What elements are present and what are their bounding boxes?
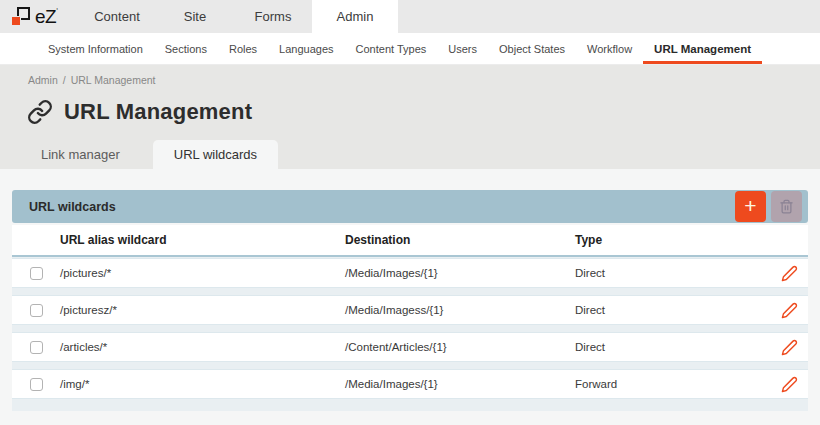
- header-destination: Destination: [345, 233, 575, 247]
- page-header-section: Admin/URL Management URL Management Link…: [0, 65, 820, 169]
- table-row: /articles/* /Content/Articles/{1} Direct: [12, 332, 808, 362]
- table-row: /pictures/* /Media/Images/{1} Direct: [12, 258, 808, 288]
- ez-logo[interactable]: eZ': [0, 0, 78, 33]
- ez-logo-prime: ': [56, 6, 57, 16]
- top-bar: eZ' Content Site Forms Admin: [0, 0, 820, 33]
- cell-type: Direct: [575, 341, 770, 353]
- delete-wildcard-button[interactable]: [771, 191, 802, 222]
- subnav-content-types[interactable]: Content Types: [345, 33, 438, 64]
- row-checkbox[interactable]: [30, 341, 43, 354]
- header-type[interactable]: Type: [575, 233, 770, 247]
- subnav-users[interactable]: Users: [437, 33, 488, 64]
- url-wildcards-panel-header: URL wildcards +: [12, 190, 808, 223]
- row-checkbox[interactable]: [30, 304, 43, 317]
- cell-destination: /Media/Imagess/{1}: [345, 304, 575, 316]
- subnav-workflow[interactable]: Workflow: [576, 33, 643, 64]
- subnav-languages[interactable]: Languages: [268, 33, 344, 64]
- cell-type: Direct: [575, 267, 770, 279]
- tabs-row: Link manager URL wildcards: [0, 140, 820, 169]
- table-row: /picturesz/* /Media/Imagess/{1} Direct: [12, 295, 808, 325]
- table-body: /pictures/* /Media/Images/{1} Direct /pi…: [12, 257, 808, 411]
- cell-wildcard: /img/*: [60, 378, 345, 390]
- panel-title: URL wildcards: [29, 200, 735, 214]
- add-wildcard-button[interactable]: +: [735, 191, 766, 222]
- breadcrumb-admin[interactable]: Admin: [28, 74, 58, 86]
- pencil-icon: [781, 302, 798, 319]
- pencil-icon: [781, 265, 798, 282]
- page-title: URL Management: [64, 99, 252, 125]
- tab-url-wildcards[interactable]: URL wildcards: [153, 140, 278, 169]
- ez-logo-orange-square: [11, 16, 21, 26]
- cell-destination: /Media/Images/{1}: [345, 267, 575, 279]
- subnav-url-management[interactable]: URL Management: [643, 33, 762, 64]
- edit-wildcard-button[interactable]: [779, 263, 800, 284]
- breadcrumb: Admin/URL Management: [0, 74, 820, 86]
- page-title-block: URL Management: [0, 99, 820, 125]
- breadcrumb-current: URL Management: [71, 74, 156, 86]
- subnav-system-information[interactable]: System Information: [37, 33, 154, 64]
- topnav-admin[interactable]: Admin: [312, 0, 398, 33]
- tab-content: URL wildcards + URL alias wildcard Desti…: [0, 169, 820, 411]
- ez-logo-text: eZ': [35, 6, 57, 28]
- edit-wildcard-button[interactable]: [779, 374, 800, 395]
- table-row: /img/* /Media/Images/{1} Forward: [12, 369, 808, 399]
- trash-icon: [779, 199, 794, 214]
- cell-type: Direct: [575, 304, 770, 316]
- breadcrumb-separator: /: [63, 74, 66, 86]
- topnav-site[interactable]: Site: [156, 0, 234, 33]
- edit-wildcard-button[interactable]: [779, 337, 800, 358]
- topnav-content[interactable]: Content: [78, 0, 156, 33]
- subnav-object-states[interactable]: Object States: [488, 33, 576, 64]
- link-icon: [27, 99, 53, 125]
- cell-wildcard: /articles/*: [60, 341, 345, 353]
- admin-subnav: System Information Sections Roles Langua…: [0, 33, 820, 65]
- cell-destination: /Content/Articles/{1}: [345, 341, 575, 353]
- row-checkbox[interactable]: [30, 378, 43, 391]
- topnav-forms[interactable]: Forms: [234, 0, 312, 33]
- cell-wildcard: /pictures/*: [60, 267, 345, 279]
- table-header-row: URL alias wildcard Destination Type: [12, 225, 808, 257]
- subnav-sections[interactable]: Sections: [154, 33, 218, 64]
- pencil-icon: [781, 339, 798, 356]
- row-checkbox[interactable]: [30, 267, 43, 280]
- header-url-alias-wildcard: URL alias wildcard: [60, 233, 345, 247]
- ez-logo-icon: [11, 7, 30, 26]
- cell-type: Forward: [575, 378, 770, 390]
- subnav-roles[interactable]: Roles: [218, 33, 268, 64]
- edit-wildcard-button[interactable]: [779, 300, 800, 321]
- tab-link-manager[interactable]: Link manager: [20, 140, 141, 169]
- cell-wildcard: /picturesz/*: [60, 304, 345, 316]
- cell-destination: /Media/Images/{1}: [345, 378, 575, 390]
- pencil-icon: [781, 376, 798, 393]
